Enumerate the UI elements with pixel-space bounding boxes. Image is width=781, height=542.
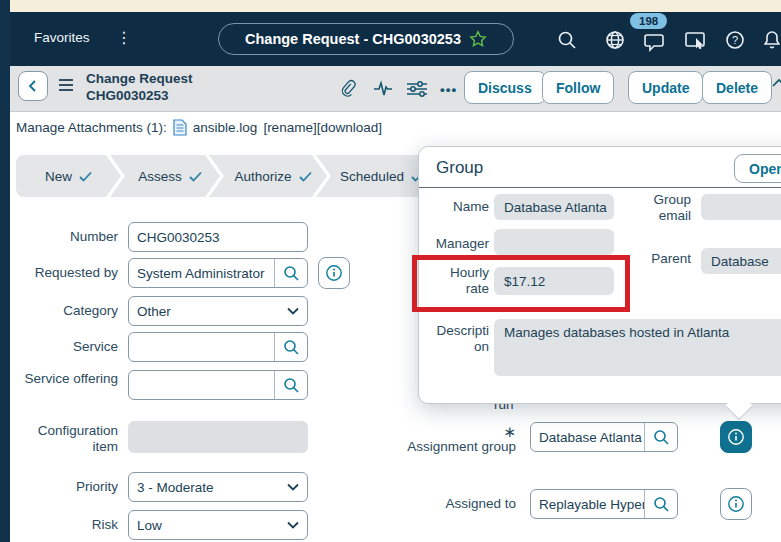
collapse-caret-icon[interactable] [770,76,781,90]
highlight-box [412,255,630,312]
service-label: Service [16,339,118,355]
info-icon [727,495,745,513]
search-icon [653,496,670,513]
stage-authorize[interactable]: Authorize [209,155,327,197]
assignment-group-label: ∗ Assignment group [404,424,516,454]
requested-by-info-button[interactable] [318,257,350,289]
info-icon [727,428,745,446]
personalize-form-icon[interactable] [406,80,428,98]
popup-name-label: Name [431,199,489,215]
popup-description-label: Description [431,323,489,355]
record-tab-label: Change Request - CHG0030253 [245,31,461,47]
popup-parent-label: Parent [644,251,691,267]
category-value: Other [137,304,287,319]
attachment-filename[interactable]: ansible.log [193,120,258,135]
kebab-menu-icon[interactable]: ⋮ [116,28,132,47]
number-input[interactable]: CHG0030253 [128,222,308,252]
chevron-down-icon [287,307,299,315]
check-icon [299,171,312,182]
popup-pointer-tail [725,392,753,420]
priority-select[interactable]: 3 - Moderate [128,472,308,502]
assigned-to-input[interactable]: Replayable Hyperauto [530,489,678,519]
check-icon [189,171,202,182]
chat-icon[interactable] [644,32,666,54]
delete-button[interactable]: Delete [702,71,772,104]
service-offering-lookup-button[interactable] [274,371,307,399]
notification-count-badge: 198 [630,13,667,29]
assignment-group-value: Database Atlanta [531,430,644,445]
check-icon [79,171,92,182]
record-toolbar: Change Request CHG0030253 ••• Discuss Fo… [10,66,781,112]
top-nav-bar: Favorites ⋮ Change Request - CHG0030253 … [10,12,781,66]
priority-value: 3 - Moderate [137,480,287,495]
assignment-group-lookup-button[interactable] [644,423,677,451]
popup-description-value: Manages databases hosted in Atlanta [494,319,781,376]
requested-by-input[interactable]: System Administrator [128,258,308,288]
discuss-button[interactable]: Discuss [464,71,546,104]
activity-stream-icon[interactable] [373,80,393,98]
context-menu-icon[interactable] [58,78,74,92]
favorite-star-icon[interactable] [469,30,487,48]
record-title: Change Request CHG0030253 [86,70,193,104]
help-icon[interactable]: ? [724,29,746,51]
record-title-number: CHG0030253 [86,87,193,104]
category-select[interactable]: Other [128,296,308,326]
open-record-button[interactable]: Open Re [734,154,781,183]
stage-label: Authorize [234,169,291,184]
popup-parent-value: Database [701,248,781,274]
top-cream-strip [0,0,781,12]
stage-new[interactable]: New [16,155,121,197]
popup-manager-label: Manager [431,236,489,252]
more-options-icon[interactable]: ••• [440,82,457,97]
record-tab[interactable]: Change Request - CHG0030253 [218,23,514,55]
attachments-label: Manage Attachments (1): [16,120,167,135]
chevron-down-icon [287,521,299,529]
assigned-to-value: Replayable Hyperauto [531,497,644,512]
popup-title: Group [436,158,483,178]
service-offering-label: Service offering [16,371,118,387]
attachment-actions[interactable]: [rename][download] [263,120,382,135]
popup-group-email-label: Group email [644,192,691,224]
workspace-screen-icon[interactable] [684,29,706,51]
assignment-group-input[interactable]: Database Atlanta [530,422,678,452]
requested-by-value: System Administrator [129,266,274,281]
assigned-to-info-button[interactable] [720,488,752,520]
number-label: Number [16,229,118,245]
assigned-to-lookup-button[interactable] [644,490,677,518]
priority-label: Priority [16,479,118,495]
app-window: Favorites ⋮ Change Request - CHG0030253 … [0,0,781,542]
attachment-paperclip-icon[interactable] [338,78,358,100]
favorites-tab[interactable]: Favorites [34,30,90,45]
search-icon [653,429,670,446]
back-button[interactable] [18,71,48,101]
service-offering-input[interactable] [128,370,308,400]
mandatory-indicator: ∗ [404,424,516,439]
bell-icon[interactable] [761,29,781,51]
search-icon[interactable] [556,29,578,51]
popup-header-divider [419,187,781,188]
update-button[interactable]: Update [628,71,703,104]
category-label: Category [16,303,118,319]
globe-icon[interactable] [604,29,626,51]
assigned-to-label: Assigned to [404,496,516,512]
popup-group-email-value [701,194,781,220]
chevron-down-icon [287,483,299,491]
risk-value: Low [137,518,287,533]
configuration-item-label: Configuration item [16,423,118,455]
service-input[interactable] [128,332,308,362]
record-title-type: Change Request [86,70,193,87]
stage-assess[interactable]: Assess [110,155,220,197]
file-icon [173,119,187,136]
requested-by-lookup-button[interactable] [274,259,307,287]
requested-by-label: Requested by [16,265,118,281]
popup-name-value: Database Atlanta [494,194,614,220]
configuration-item-field [128,421,308,453]
assignment-group-info-button[interactable] [720,421,752,453]
risk-select[interactable]: Low [128,510,308,540]
left-edge-strip [0,0,10,542]
svg-text:?: ? [732,34,738,46]
stage-label: Scheduled [340,169,404,184]
service-lookup-button[interactable] [274,333,307,361]
follow-button[interactable]: Follow [542,71,614,104]
risk-label: Risk [16,517,118,533]
